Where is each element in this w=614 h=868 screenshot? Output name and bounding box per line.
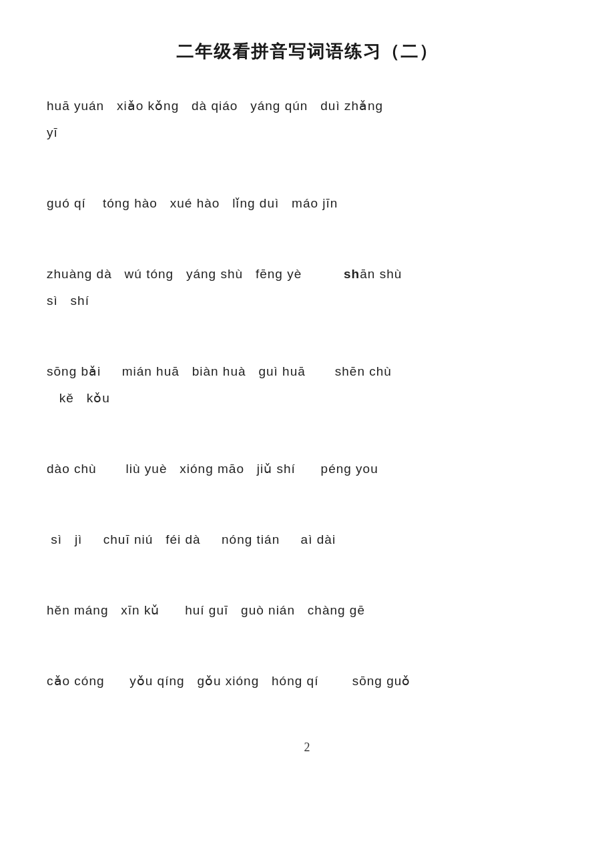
content-area: huā yuán xiǎo kǒng dà qiáo yáng qún duì … xyxy=(47,93,567,714)
pinyin-line: yī xyxy=(47,120,567,145)
pinyin-line: sì shí xyxy=(47,288,567,314)
pinyin-block-6: sì jì chuī niú féi dà nóng tián aì dài xyxy=(47,527,567,572)
pinyin-block-8: cǎo cóng yǒu qíng gǒu xióng hóng qí sōng… xyxy=(47,669,567,714)
pinyin-block-5: dào chù liù yuè xióng māo jiǔ shí péng y… xyxy=(47,456,567,502)
pinyin-block-3: zhuàng dà wú tóng yáng shù fēng yè shān … xyxy=(47,262,567,334)
pinyin-line: zhuàng dà wú tóng yáng shù fēng yè shān … xyxy=(47,262,567,287)
page-number: 2 xyxy=(47,741,567,755)
pinyin-line: huā yuán xiǎo kǒng dà qiáo yáng qún duì … xyxy=(47,93,567,119)
pinyin-block-4: sōng bǎi mián huā biàn huà guì huā shēn … xyxy=(47,359,567,431)
pinyin-line: kě kǒu xyxy=(47,386,567,411)
pinyin-block-1: huā yuán xiǎo kǒng dà qiáo yáng qún duì … xyxy=(47,93,567,165)
pinyin-line: sì jì chuī niú féi dà nóng tián aì dài xyxy=(47,527,567,552)
pinyin-line: guó qí tóng hào xué hào lǐng duì máo jīn xyxy=(47,191,567,216)
pinyin-line: dào chù liù yuè xióng māo jiǔ shí péng y… xyxy=(47,456,567,482)
pinyin-line: hěn máng xīn kǔ huí guī guò nián chàng g… xyxy=(47,598,567,623)
pinyin-block-7: hěn máng xīn kǔ huí guī guò nián chàng g… xyxy=(47,598,567,643)
pinyin-block-2: guó qí tóng hào xué hào lǐng duì máo jīn xyxy=(47,191,567,236)
pinyin-line: cǎo cóng yǒu qíng gǒu xióng hóng qí sōng… xyxy=(47,669,567,694)
page-title: 二年级看拼音写词语练习（二） xyxy=(47,40,567,63)
pinyin-line: sōng bǎi mián huā biàn huà guì huā shēn … xyxy=(47,359,567,384)
